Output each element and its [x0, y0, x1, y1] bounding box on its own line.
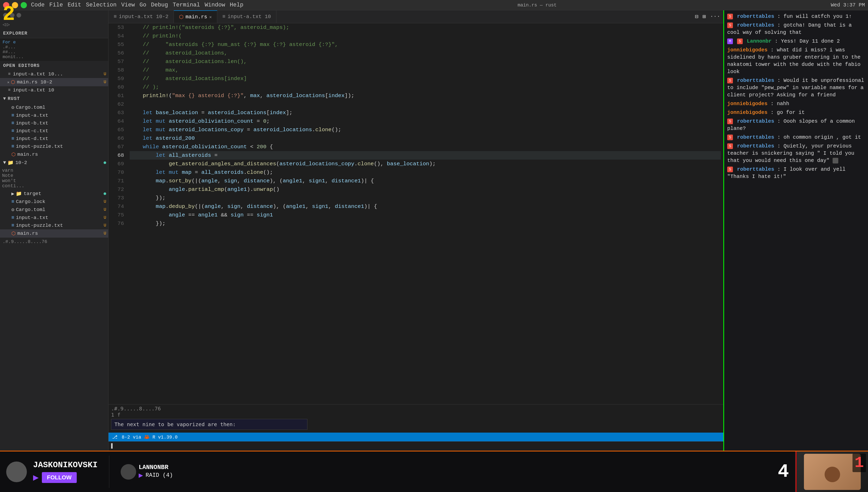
sidebar: ◁ ▷ EXPLORER For e .#... ##... monit... …	[0, 10, 108, 451]
follow-button[interactable]: FOLLOW	[42, 472, 77, 483]
terminal-output: .#.9.....8....76 1 f The next nine to be…	[108, 404, 723, 433]
menu-help[interactable]: Help	[230, 2, 243, 8]
top-bar-right: Wed 3:37 PM	[831, 2, 865, 8]
input-puzzle-icon-2: ≡	[11, 223, 14, 228]
sidebar-cargo-lock[interactable]: ≡ Cargo.lock U	[0, 198, 108, 205]
terminal-input-line[interactable]: ▌	[108, 441, 723, 451]
sidebar-input-a[interactable]: ≡ input-a.txt	[0, 112, 108, 119]
sidebar-main-rs-2[interactable]: ⬡ main.rs U	[0, 229, 108, 238]
maximize-button[interactable]	[21, 2, 27, 8]
editor-main: ≡ input-a.txt 10-2 ⬡ main.rs ✕ ≡ input-a…	[108, 10, 723, 451]
menu-debug[interactable]: Debug	[151, 2, 168, 8]
overlay-number-1: 1	[852, 453, 866, 472]
line-53: // println!("asteroids {:?}", asteroid_m…	[130, 23, 721, 32]
file-tab-icon-2: ≡	[222, 14, 225, 20]
sidebar-cargo-toml[interactable]: ⚙ Cargo.toml	[0, 103, 108, 112]
open-editor-main-rs[interactable]: ✕ ⬡ main.rs 10-2 U	[0, 78, 108, 86]
line-65: let mut asteroid_locations_copy = astero…	[130, 125, 721, 134]
msg-text-6: : nahh	[771, 101, 789, 107]
toggle-panel-icon[interactable]: ⊞	[702, 13, 706, 20]
menu-window[interactable]: Window	[204, 2, 225, 8]
rust-header[interactable]: ▼ RUST	[0, 94, 108, 103]
main-rs-icon-2: ⬡	[11, 230, 16, 237]
chat-message-11: S roberttables : I look over and yell "T…	[727, 166, 865, 180]
terminal-line-3: 1 f	[111, 412, 721, 418]
line-70: let mut map = all_asteroids.clone();	[130, 168, 721, 177]
sidebar-input-d[interactable]: ≡ input-d.txt	[0, 135, 108, 143]
menu-go[interactable]: Go	[140, 2, 146, 8]
msg-text-1: : fun will catfch you 1↑	[777, 14, 852, 19]
open-editor-name-2: input-a.txt 10	[13, 87, 54, 93]
tab-input-a-1[interactable]: ≡ input-a.txt 10-2	[108, 10, 174, 23]
sidebar-debug-text: varn Note won't conti...	[0, 167, 108, 190]
input-a-icon: ≡	[11, 113, 14, 118]
sidebar-main-rs-top[interactable]: ⬡ main.rs	[0, 150, 108, 158]
chat-message-2: S roberttables : gotcha! Dang that is a …	[727, 22, 865, 36]
stream-bar-right: 1	[796, 451, 868, 492]
input-c-icon: ≡	[11, 128, 14, 134]
sidebar-input-a-2[interactable]: ≡ input-a.txt U	[0, 214, 108, 222]
tab-input-a-2[interactable]: ≡ input-a.txt 10	[217, 10, 276, 23]
sub-badge-9: S	[727, 134, 733, 140]
window-title: main.rs — rust	[247, 3, 827, 8]
menu-code[interactable]: Code	[31, 2, 45, 8]
sub-badge-3: S	[737, 39, 743, 44]
sub-badge-10: S	[727, 143, 733, 149]
mod-badge-3: M	[727, 39, 733, 44]
split-editor-icon[interactable]: ⊟	[695, 13, 698, 20]
sidebar-target[interactable]: ▶ 📁 target	[0, 190, 108, 198]
menu-edit[interactable]: Edit	[68, 2, 81, 8]
file-icon: ≡	[7, 72, 11, 76]
sidebar-input-c[interactable]: ≡ input-c.txt	[0, 127, 108, 135]
sidebar-input-puzzle[interactable]: ≡ input-puzzle.txt	[0, 143, 108, 150]
terminal-area: .#.9.....8....76 1 f The next nine to be…	[108, 404, 723, 451]
chat-message-4: jonniebigodes : what did i miss? i was s…	[727, 47, 865, 75]
code-content: // println!("asteroids {:?}", asteroid_m…	[127, 23, 723, 404]
raid-action: ▶ RAID (4)	[139, 471, 173, 479]
main-rs-icon-top: ⬡	[11, 151, 16, 157]
viewer-count-4: 4	[778, 461, 789, 483]
terminal-popup: The next nine to be vaporized are then:	[111, 419, 307, 430]
open-editors-header[interactable]: OPEN EDITORS	[0, 61, 108, 70]
tab-close-main[interactable]: ✕	[209, 15, 212, 20]
line-59: // asteroid_locations[index]	[130, 74, 721, 83]
menu-selection[interactable]: Selection	[86, 2, 117, 8]
explorer-header: EXPLORER	[0, 29, 108, 38]
chat-message-8: S roberttables : Oooh slopes of a common…	[727, 118, 865, 132]
menu-view[interactable]: View	[121, 2, 135, 8]
input-d-icon: ≡	[11, 136, 14, 142]
raid-label: RAID (4)	[146, 472, 173, 478]
close-icon-editor[interactable]: ✕	[7, 80, 9, 84]
tab-label-main: main.rs	[186, 14, 207, 20]
sidebar-input-puzzle-2[interactable]: ≡ input-puzzle.txt U	[0, 222, 108, 229]
chat-message-9: S roberttables : oh common origin , got …	[727, 134, 865, 141]
menu-file[interactable]: File	[49, 2, 63, 8]
open-editor-name-1: input-a.txt 10...	[13, 71, 63, 77]
more-actions-icon[interactable]: ···	[710, 14, 720, 20]
line-64: let mut asteroid_obliviation_count = 0;	[130, 117, 721, 125]
target-folder-icon: 📁	[16, 191, 22, 197]
line-71: map.sort_by(|(angle, sign, distance), (a…	[130, 177, 721, 185]
sidebar-cargo-toml-2[interactable]: ⚙ Cargo.toml U	[0, 205, 108, 214]
rust-chevron-icon: ▼	[3, 96, 6, 101]
open-editor-input-a-1[interactable]: ≡ input-a.txt 10... U	[0, 70, 108, 78]
line-75: angle == angle1 && sign == sign1	[130, 211, 721, 219]
menu-bar: Code File Edit Selection View Go Debug T…	[31, 2, 243, 8]
modified-dot	[103, 162, 106, 164]
code-editor[interactable]: 53 54 55 56 57 58 59 60 61 62 63 64 65 6…	[108, 23, 723, 404]
open-editor-input-a-2[interactable]: ≡ input-a.txt 10	[0, 86, 108, 94]
username-8: roberttables	[737, 118, 774, 124]
tab-main-rs[interactable]: ⬡ main.rs ✕	[174, 10, 217, 23]
username-9: roberttables	[737, 134, 774, 140]
msg-text-3: : Yess! Day 11 done 2	[775, 38, 840, 44]
line-68: let all_asteroids =	[130, 151, 721, 159]
sub-badge-5: S	[727, 78, 733, 83]
cargo-toml-icon-2: ⚙	[11, 206, 14, 213]
cargo-toml-badge: U	[103, 207, 106, 212]
chat-messages: S roberttables : fun will catfch you 1↑ …	[724, 10, 868, 451]
streamer-avatar	[6, 462, 27, 482]
menu-terminal[interactable]: Terminal	[173, 2, 200, 8]
sidebar-input-b[interactable]: ≡ input-b.txt	[0, 119, 108, 127]
rust-tab-icon: ⬡	[179, 14, 184, 20]
sidebar-folder-10-2[interactable]: ▼ 📁 10-2	[0, 158, 108, 167]
